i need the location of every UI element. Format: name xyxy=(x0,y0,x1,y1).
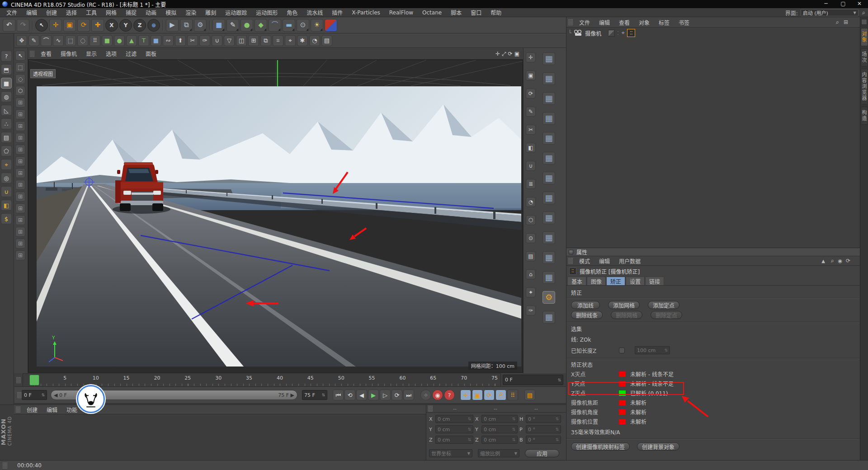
palette-grid-8-icon[interactable]: ⊞ xyxy=(15,180,25,190)
dock-tab-structure[interactable]: 构造 xyxy=(861,107,868,125)
menu-pipeline[interactable]: 流水线 xyxy=(302,9,327,16)
play-reverse-button[interactable]: ⟲ xyxy=(344,390,355,400)
points-mode-icon[interactable]: ∴ xyxy=(1,118,12,129)
lock-z-icon[interactable]: Z xyxy=(133,19,146,32)
coords-drag-handle[interactable] xyxy=(428,405,433,412)
array-grid-8-icon[interactable]: ▦ xyxy=(542,192,555,204)
axis-center-icon[interactable]: ⌖ xyxy=(285,35,296,46)
create-camera-mapping-button[interactable]: 创建摄像机映射标签 xyxy=(571,442,630,451)
palette-grid-11-icon[interactable]: ⊞ xyxy=(15,215,25,225)
dashed-rect-icon[interactable]: ⬚ xyxy=(65,35,76,46)
menu-render[interactable]: 渲染 xyxy=(181,9,201,16)
om-menu-bookmark[interactable]: 书签 xyxy=(674,19,694,26)
record-pla-button[interactable]: ⠿ xyxy=(507,390,518,400)
texture-mode-icon[interactable]: ◍ xyxy=(1,91,12,102)
next-frame-button[interactable]: ▷ xyxy=(380,390,391,400)
create-background-button[interactable]: 创建背景对象 xyxy=(637,442,679,451)
coord-field[interactable]: 0 cm⇅ xyxy=(435,425,473,433)
dot-circle-icon[interactable]: ◌ xyxy=(77,35,88,46)
menu-script[interactable]: 脚本 xyxy=(446,9,466,16)
world-coords-dropdown[interactable]: 世界坐标▼ xyxy=(429,449,472,457)
lock-y-icon[interactable]: Y xyxy=(119,19,132,32)
menu-window[interactable]: 窗口 xyxy=(466,9,486,16)
known-length-checkbox[interactable] xyxy=(619,348,625,353)
attr-search-icon[interactable]: ⌕ xyxy=(831,257,834,264)
polygons-mode-icon[interactable]: ⬠ xyxy=(1,146,12,156)
goto-start-button[interactable]: ⏮ xyxy=(333,390,344,400)
viewport-toggle-icon[interactable]: ▣ xyxy=(514,51,519,57)
selection-arrow-icon[interactable]: ↖ xyxy=(15,51,25,61)
lock-x-icon[interactable]: X xyxy=(105,19,118,32)
iron-icon[interactable]: ▽ xyxy=(224,35,235,46)
shelf-list-icon[interactable]: ≣ xyxy=(526,179,536,189)
prim-cube-blue-icon[interactable]: ■ xyxy=(151,35,161,46)
bend-deformer-icon[interactable]: ⌒ xyxy=(269,19,281,32)
poly-select-icon[interactable]: ⬡ xyxy=(15,86,25,96)
add-line-button[interactable]: 添加线 xyxy=(571,301,600,309)
mat-menu-edit[interactable]: 编辑 xyxy=(42,406,62,414)
calibration-tag-icon[interactable]: ⠭ xyxy=(627,29,635,37)
viewport-rotate-icon[interactable]: ⟳ xyxy=(508,51,513,57)
add-pin-button[interactable]: 添加定点 xyxy=(648,301,679,309)
shelf-poly-icon[interactable]: ⬡ xyxy=(526,215,536,225)
primitive-cube-icon[interactable]: ■ xyxy=(212,19,225,32)
view-label[interactable]: 透视视图 xyxy=(30,69,56,78)
mat-menu-create[interactable]: 创建 xyxy=(22,406,42,414)
render-settings-icon[interactable]: ⚙ xyxy=(194,19,207,32)
record-rotation-button[interactable]: ⟳ xyxy=(484,390,495,400)
object-row-camera[interactable]: └ 摄像机 ⁚ ⌖ ⠭ xyxy=(566,28,860,38)
array-grid-12-icon[interactable]: ▦ xyxy=(542,271,555,284)
palette-grid-1-icon[interactable]: ⊞ xyxy=(15,98,25,108)
palette-grid-3-icon[interactable]: ⊞ xyxy=(15,121,25,131)
render-pictureviewer-icon[interactable]: ⧉ xyxy=(180,19,193,32)
shelf-home-icon[interactable]: ⌂ xyxy=(526,269,536,279)
context-help-icon[interactable]: ? xyxy=(1,51,12,61)
environment-floor-icon[interactable]: ▬ xyxy=(283,19,295,32)
scale-tool-icon[interactable]: ▣ xyxy=(63,19,76,32)
menu-mesh[interactable]: 网格 xyxy=(101,9,121,16)
stepper-icon[interactable]: ⇅ xyxy=(557,378,561,382)
brush-icon[interactable]: ✑ xyxy=(199,35,210,46)
shelf-rotate-icon[interactable]: ⟳ xyxy=(526,89,536,99)
point-grid-icon[interactable]: ⠿ xyxy=(90,35,100,46)
timeline-playhead[interactable] xyxy=(29,375,39,385)
undo-icon[interactable]: ↶ xyxy=(3,19,15,32)
menu-character[interactable]: 角色 xyxy=(282,9,302,16)
camera-icon[interactable]: ⊙ xyxy=(297,19,309,32)
vp-menu-panel[interactable]: 面板 xyxy=(141,50,161,57)
array-grid-9-icon[interactable]: ▦ xyxy=(542,212,555,224)
rect-select-icon[interactable]: ⬚ xyxy=(15,62,25,72)
attr-drag-handle[interactable] xyxy=(568,258,573,264)
snap-toggle-icon[interactable]: ∪ xyxy=(1,186,12,197)
viewport-pan-icon[interactable]: ✛ xyxy=(495,51,500,57)
attr-tab-image[interactable]: 图像 xyxy=(587,277,606,285)
coord-field[interactable]: 0 cm⇅ xyxy=(481,436,518,444)
array-grid-2-icon[interactable]: ▦ xyxy=(542,72,555,85)
viewport-zoom-icon[interactable]: ⤢ xyxy=(502,51,506,57)
om-filter-icon[interactable]: ⊞ xyxy=(844,19,848,25)
viewport-canvas[interactable]: 透视视图 xyxy=(28,60,523,373)
asset-store-icon[interactable]: $ xyxy=(1,213,12,224)
record-parameter-button[interactable]: Ⓟ xyxy=(495,390,506,400)
menu-mograph[interactable]: 运动图形 xyxy=(251,9,282,16)
coord-field[interactable]: 0 cm⇅ xyxy=(481,415,518,423)
light-icon[interactable]: ☀ xyxy=(311,19,323,32)
knife-icon[interactable]: ✂ xyxy=(187,35,198,46)
magnet-icon[interactable]: ∪ xyxy=(212,35,222,46)
shelf-target-icon[interactable]: ⊙ xyxy=(526,233,536,243)
material-drag-handle[interactable] xyxy=(16,406,20,413)
minimize-button[interactable]: ─ xyxy=(819,0,833,7)
menu-animate[interactable]: 动画 xyxy=(141,9,161,16)
subdivision-surface-icon[interactable]: ● xyxy=(241,19,253,32)
dock-icon[interactable] xyxy=(861,19,867,25)
menu-help[interactable]: 帮助 xyxy=(486,9,506,16)
interface-dropdown[interactable]: 启动 (用户) ▼ xyxy=(801,9,859,16)
array-grid-13-icon[interactable]: ▦ xyxy=(542,311,555,324)
menu-realflow[interactable]: RealFlow xyxy=(385,9,418,16)
coord-field[interactable]: 0 °⇅ xyxy=(526,436,561,444)
shelf-brush2-icon[interactable]: ✑ xyxy=(526,306,536,315)
extrude-icon[interactable]: ⬆ xyxy=(175,35,186,46)
maximize-button[interactable]: ▢ xyxy=(836,0,850,7)
goto-end-button[interactable]: ⏭ xyxy=(403,390,414,400)
live-selection-icon[interactable]: ↖ xyxy=(35,19,48,32)
